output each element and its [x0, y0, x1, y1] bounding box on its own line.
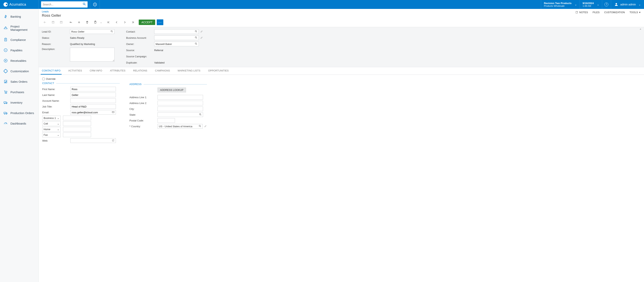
addr1-field[interactable]	[159, 96, 202, 99]
mail-icon[interactable]	[112, 111, 114, 114]
state-input[interactable]	[158, 112, 203, 117]
account-input[interactable]	[154, 36, 199, 40]
accept-button[interactable]: ACCEPT	[139, 20, 155, 25]
phone-type-3-select[interactable]: Home⌄	[42, 127, 61, 132]
sidebar-item-inventory[interactable]: Inventory	[0, 97, 38, 108]
override-checkbox[interactable]	[42, 78, 45, 80]
lead-id-value: Ross Geller	[71, 30, 110, 33]
override-label: Override	[46, 78, 56, 80]
edit-contact-button[interactable]	[200, 30, 203, 33]
last-name-field[interactable]	[72, 94, 114, 96]
address-lookup-button[interactable]: ADDRESS LOOKUP	[158, 88, 186, 92]
first-name-field[interactable]	[72, 88, 114, 91]
lookup-icon[interactable]	[199, 113, 202, 116]
city-field[interactable]	[159, 108, 202, 110]
tenant-selector[interactable]: Revision Two Products Products Wholesale…	[541, 0, 580, 9]
back-button[interactable]	[41, 19, 49, 25]
tab-contact-info[interactable]: CONTACT INFO	[41, 67, 62, 74]
job-title-field[interactable]	[72, 105, 114, 108]
account-name-input[interactable]	[70, 98, 116, 103]
tools-button[interactable]: TOOLS▾	[630, 11, 640, 14]
tab-relations[interactable]: RELATIONS	[132, 67, 148, 74]
postal-input[interactable]	[158, 118, 175, 123]
account-name-field[interactable]	[72, 99, 114, 102]
web-input[interactable]	[70, 138, 116, 143]
sidebar-item-receivables[interactable]: Receivables	[0, 56, 38, 66]
email-input[interactable]	[70, 110, 116, 115]
tab-opportunities[interactable]: OPPORTUNITIES	[207, 67, 230, 74]
search-box[interactable]	[41, 1, 88, 8]
tab-campaigns[interactable]: CAMPAIGNS	[154, 67, 171, 74]
history-button[interactable]	[90, 0, 100, 9]
first-button[interactable]	[104, 19, 112, 25]
sidebar-item-payables[interactable]: Payables	[0, 45, 38, 56]
last-name-input[interactable]	[70, 92, 116, 97]
clipboard-dropdown[interactable]: ⌄	[99, 21, 103, 24]
sidebar-item-dashboards[interactable]: Dashboards	[0, 118, 38, 128]
breadcrumb[interactable]: Leads	[42, 10, 641, 13]
state-field[interactable]	[159, 113, 199, 116]
country-input[interactable]: US - United States of America	[158, 124, 203, 128]
lookup-icon[interactable]	[198, 125, 201, 128]
more-actions-button[interactable]: ⋯	[157, 19, 163, 25]
lookup-icon[interactable]	[110, 30, 113, 33]
contact-input[interactable]	[154, 29, 199, 34]
phone-type-2-select[interactable]: Cell⌄	[42, 121, 61, 126]
status-value: Sales-Ready	[70, 36, 84, 39]
tab-attributes[interactable]: ATTRIBUTES	[109, 67, 126, 74]
edit-country-button[interactable]	[204, 125, 207, 128]
description-input[interactable]	[70, 48, 114, 62]
phone-type-4-select[interactable]: Fax⌄	[42, 132, 61, 137]
sidebar-item-customization[interactable]: Customization	[0, 66, 38, 76]
customization-button[interactable]: CUSTOMIZATION	[604, 11, 625, 14]
search-input[interactable]	[42, 3, 82, 6]
email-field[interactable]	[72, 111, 112, 114]
brand-logo[interactable]: Acumatica	[0, 0, 39, 9]
phone-type-1-select[interactable]: Business 1⌄	[42, 116, 61, 120]
addr2-field[interactable]	[159, 102, 202, 104]
help-button[interactable]: ?	[602, 0, 611, 9]
undo-button[interactable]	[67, 19, 75, 25]
search-icon[interactable]	[82, 2, 86, 7]
phone-4-input[interactable]	[63, 132, 91, 137]
web-field[interactable]	[72, 139, 112, 142]
save-button[interactable]	[49, 19, 57, 25]
sidebar-item-purchases[interactable]: Purchases	[0, 87, 38, 97]
clipboard-button[interactable]	[92, 19, 99, 25]
phone-3-input[interactable]	[63, 127, 91, 132]
user-menu[interactable]: admin admin ⌄	[611, 0, 644, 9]
lookup-icon[interactable]	[195, 42, 198, 46]
sidebar-item-project-management[interactable]: Project Management	[0, 22, 38, 34]
tab-marketing-lists[interactable]: MARKETING LISTS	[176, 67, 202, 74]
save-close-button[interactable]	[57, 19, 65, 25]
phone-1-input[interactable]	[63, 116, 91, 120]
sidebar-item-sales-orders[interactable]: Sales Orders	[0, 76, 38, 87]
external-link-icon[interactable]	[112, 139, 114, 142]
lookup-icon[interactable]	[195, 30, 198, 33]
campaign-label: Source Campaign:	[126, 55, 154, 58]
delete-button[interactable]	[83, 19, 91, 25]
lead-id-input[interactable]: Ross Geller	[70, 29, 114, 34]
tab-crm-info[interactable]: CRM INFO	[88, 67, 103, 74]
next-button[interactable]	[121, 19, 129, 25]
business-date-selector[interactable]: 9/16/2024 1:49 AM ⌄	[580, 0, 602, 9]
collapse-toggle[interactable]: ⌃	[639, 28, 642, 32]
last-button[interactable]	[129, 19, 137, 25]
notes-button[interactable]: NOTES	[575, 11, 588, 14]
city-input[interactable]	[158, 106, 203, 111]
edit-account-button[interactable]	[200, 36, 203, 40]
owner-input[interactable]: Maxwell Baker	[154, 42, 199, 46]
sidebar-item-banking[interactable]: Banking	[0, 11, 38, 22]
sidebar-item-production-orders[interactable]: Production Orders	[0, 108, 38, 118]
phone-2-input[interactable]	[63, 121, 91, 126]
prev-button[interactable]	[113, 19, 120, 25]
addr2-input[interactable]	[158, 101, 203, 105]
sidebar-item-compliance[interactable]: Compliance	[0, 34, 38, 45]
job-title-input[interactable]	[70, 104, 116, 109]
tab-activities[interactable]: ACTIVITIES	[67, 67, 83, 74]
add-button[interactable]	[75, 19, 83, 25]
first-name-input[interactable]	[70, 87, 116, 92]
files-button[interactable]: FILES	[593, 11, 600, 14]
addr1-input[interactable]	[158, 95, 203, 100]
lookup-icon[interactable]	[195, 36, 198, 40]
